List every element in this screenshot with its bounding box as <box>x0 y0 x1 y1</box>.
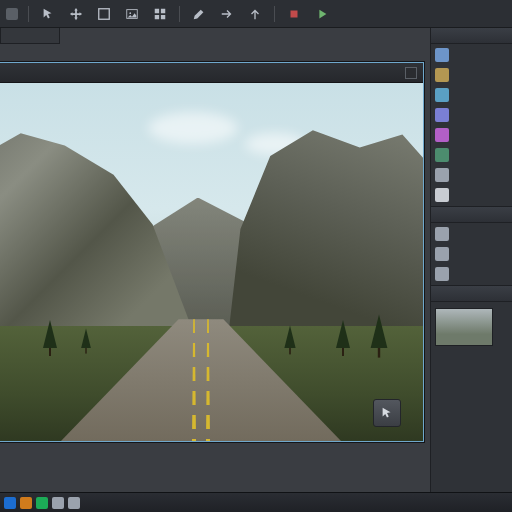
viewport-panel <box>0 62 424 442</box>
grid-icon[interactable] <box>151 5 169 23</box>
preview-thumbnail[interactable] <box>435 308 493 346</box>
diamond-icon <box>435 168 449 182</box>
svg-rect-3 <box>291 10 298 17</box>
play-icon[interactable] <box>313 5 331 23</box>
svg-rect-0 <box>99 8 110 19</box>
move-icon[interactable] <box>67 5 85 23</box>
list-item[interactable] <box>435 68 508 82</box>
panel-header[interactable] <box>431 286 512 302</box>
panel-body <box>431 302 512 350</box>
panel-body <box>431 44 512 206</box>
right-dock <box>430 28 512 512</box>
list-item[interactable] <box>435 188 508 202</box>
list-item[interactable] <box>435 108 508 122</box>
triangle-icon <box>435 108 449 122</box>
preview-panel <box>431 286 512 512</box>
taskbar-item[interactable] <box>20 497 32 509</box>
outliner-panel <box>431 28 512 207</box>
app-indicator <box>6 8 18 20</box>
viewport-3d[interactable] <box>0 83 423 441</box>
taskbar-item[interactable] <box>36 497 48 509</box>
taskbar-item[interactable] <box>68 497 80 509</box>
main-toolbar <box>0 0 512 28</box>
list-item[interactable] <box>435 148 508 162</box>
pen-icon[interactable] <box>190 5 208 23</box>
viewport-nav-button[interactable] <box>373 399 401 427</box>
taskbar-item[interactable] <box>52 497 64 509</box>
cube-icon <box>435 88 449 102</box>
square-icon <box>435 128 449 142</box>
panel-header[interactable] <box>431 28 512 44</box>
tab-strip[interactable] <box>0 28 60 44</box>
list-item[interactable] <box>435 267 508 281</box>
pointer-icon <box>380 406 394 420</box>
dot-icon <box>435 227 449 241</box>
list-item[interactable] <box>435 247 508 261</box>
panel-body <box>431 223 512 285</box>
list-item[interactable] <box>435 128 508 142</box>
list-item[interactable] <box>435 227 508 241</box>
panel-header[interactable] <box>431 207 512 223</box>
viewport-maximize-icon[interactable] <box>405 67 417 79</box>
toolbar-separator <box>28 6 29 22</box>
folder-icon <box>435 68 449 82</box>
properties-panel <box>431 207 512 286</box>
os-taskbar <box>0 492 512 512</box>
viewport-titlebar <box>0 63 423 83</box>
list-item[interactable] <box>435 48 508 62</box>
dot-icon <box>435 247 449 261</box>
stop-icon[interactable] <box>285 5 303 23</box>
scene-cloud <box>148 112 238 144</box>
arrow-right-icon[interactable] <box>218 5 236 23</box>
dot-icon <box>435 267 449 281</box>
picture-icon[interactable] <box>123 5 141 23</box>
toolbar-separator <box>179 6 180 22</box>
taskbar-item[interactable] <box>4 497 16 509</box>
layers-icon <box>435 48 449 62</box>
list-item[interactable] <box>435 88 508 102</box>
frame-icon[interactable] <box>95 5 113 23</box>
list-item[interactable] <box>435 168 508 182</box>
select-icon[interactable] <box>39 5 57 23</box>
toolbar-separator <box>274 6 275 22</box>
svg-point-2 <box>129 12 131 14</box>
drop-icon <box>435 188 449 202</box>
circle-icon <box>435 148 449 162</box>
arrow-up-icon[interactable] <box>246 5 264 23</box>
